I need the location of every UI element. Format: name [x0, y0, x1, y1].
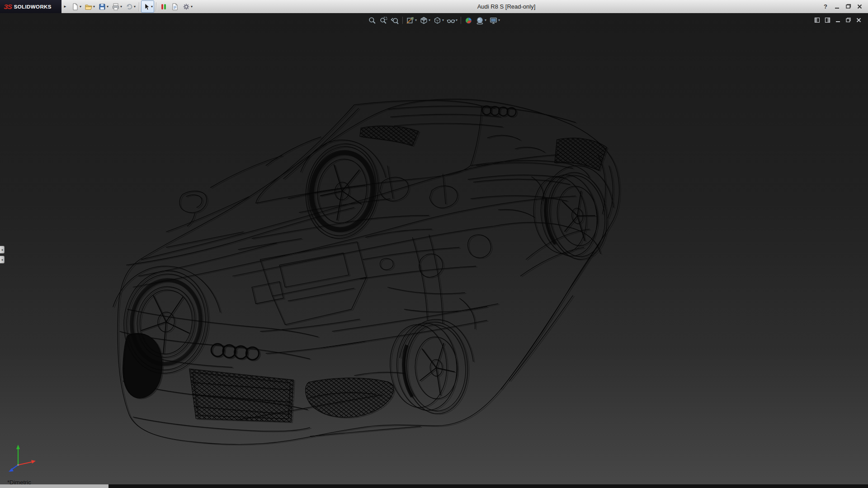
- options-button[interactable]: ▾: [181, 0, 194, 13]
- zoom-to-fit-button[interactable]: [367, 15, 377, 26]
- title-bar: ЗS SOLIDWORKS ► ▾ ▾ ▾ ▾ ▾ ▾: [0, 0, 868, 14]
- collapse-pane-button[interactable]: ◂: [0, 256, 5, 263]
- toolbar-separator: [156, 2, 156, 11]
- feature-manager-splitter: ◂ ◂: [0, 246, 5, 263]
- collapse-pane-button[interactable]: ◂: [0, 246, 5, 253]
- new-document-button[interactable]: ▾: [70, 0, 83, 13]
- save-button[interactable]: ▾: [97, 0, 110, 13]
- window-title: Audi R8 S [Read-only]: [477, 3, 536, 10]
- toolbar-separator: [139, 2, 139, 11]
- toolbar-separator: [461, 17, 461, 24]
- reference-triad-icon: [5, 440, 42, 476]
- open-button[interactable]: ▾: [83, 0, 96, 13]
- chevron-down-icon[interactable]: ▾: [191, 5, 193, 9]
- title-zone: Audi R8 S [Read-only]: [194, 3, 819, 10]
- chevron-down-icon[interactable]: ▾: [498, 19, 500, 22]
- brand-mark-icon: ЗS: [4, 3, 12, 10]
- menu-expand-arrow-icon[interactable]: ►: [63, 5, 67, 9]
- view-settings-button[interactable]: ▾: [488, 15, 501, 26]
- status-strip: [0, 484, 868, 488]
- view-orientation-button[interactable]: ▾: [419, 15, 431, 26]
- zoom-to-area-button[interactable]: [378, 15, 389, 26]
- brand-text: SOLIDWORKS: [14, 4, 52, 9]
- graphics-viewport[interactable]: ▾ ▾ ▾ ▾ ▾ ▾: [0, 13, 868, 484]
- window-controls: ?: [819, 3, 868, 11]
- previous-view-button[interactable]: [390, 15, 400, 26]
- tile-pane-button[interactable]: [813, 16, 821, 23]
- chevron-down-icon[interactable]: ▾: [429, 19, 430, 22]
- solidworks-logo: ЗS SOLIDWORKS: [0, 0, 61, 13]
- chevron-down-icon[interactable]: ▾: [456, 19, 458, 22]
- file-properties-button[interactable]: [170, 0, 180, 13]
- rebuild-button[interactable]: [158, 0, 169, 13]
- help-button[interactable]: ?: [821, 3, 830, 11]
- chevron-down-icon[interactable]: ▾: [93, 5, 95, 9]
- restore-document-button[interactable]: [844, 16, 852, 23]
- chevron-down-icon[interactable]: ▾: [415, 19, 417, 22]
- edit-appearance-button[interactable]: [463, 15, 474, 26]
- cascade-pane-button[interactable]: [824, 16, 831, 23]
- standard-toolbar: ▾ ▾ ▾ ▾ ▾ ▾ ▾: [70, 0, 194, 13]
- hide-show-items-button[interactable]: ▾: [446, 15, 458, 26]
- document-window-controls: [813, 16, 863, 23]
- toolbar-separator: [402, 17, 403, 24]
- chevron-down-icon[interactable]: ▾: [120, 5, 122, 9]
- chevron-down-icon[interactable]: ▾: [107, 5, 108, 9]
- section-view-button[interactable]: ▾: [405, 15, 418, 26]
- display-style-button[interactable]: ▾: [432, 15, 445, 26]
- view-orientation-label: *Dimetric: [7, 479, 31, 486]
- chevron-down-icon[interactable]: ▾: [485, 19, 486, 22]
- chevron-down-icon[interactable]: ▾: [80, 5, 81, 9]
- print-button[interactable]: ▾: [110, 0, 123, 13]
- minimize-document-button[interactable]: [834, 16, 842, 23]
- apply-scene-button[interactable]: ▾: [475, 15, 487, 26]
- chevron-down-icon[interactable]: ▾: [134, 5, 136, 9]
- close-document-button[interactable]: [855, 16, 863, 23]
- minimize-button[interactable]: [833, 3, 841, 11]
- close-button[interactable]: [855, 3, 863, 11]
- chevron-down-icon[interactable]: ▾: [442, 19, 444, 22]
- undo-button[interactable]: ▾: [124, 0, 137, 13]
- chevron-down-icon[interactable]: ▾: [151, 5, 153, 9]
- heads-up-view-toolbar: ▾ ▾ ▾ ▾ ▾ ▾: [367, 15, 501, 26]
- restore-button[interactable]: [844, 3, 852, 11]
- model-wireframe: [0, 13, 868, 484]
- select-button[interactable]: ▾: [141, 0, 154, 13]
